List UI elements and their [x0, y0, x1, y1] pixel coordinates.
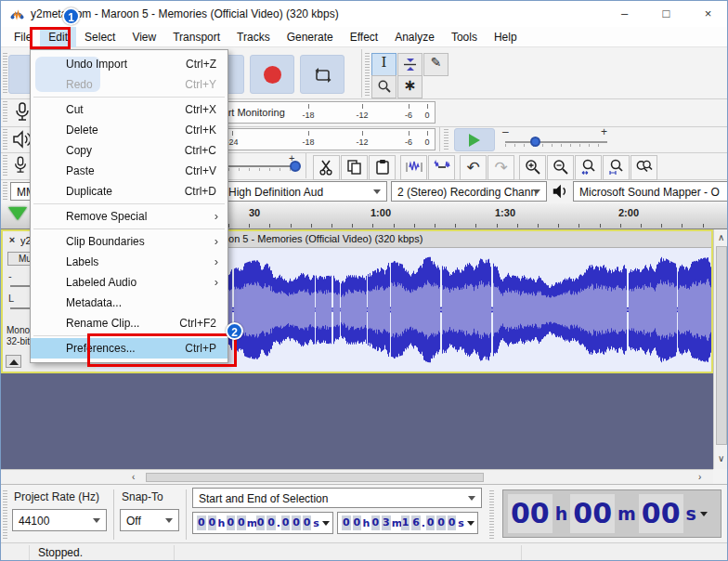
menu-item-rename-clip[interactable]: Rename Clip...Ctrl+F2 — [31, 313, 228, 333]
audio-position-display[interactable]: 00h00m00s — [502, 489, 722, 538]
copy-button[interactable] — [341, 155, 368, 180]
zoom-out-button[interactable] — [547, 155, 574, 180]
speed-slider-thumb[interactable] — [530, 137, 540, 147]
cut-icon — [318, 159, 335, 179]
menu-item-copy[interactable]: CopyCtrl+C — [31, 140, 228, 161]
loop-button[interactable] — [300, 55, 344, 94]
playback-meter-grip[interactable] — [3, 129, 7, 151]
multi-tool-button[interactable]: ∗ — [397, 75, 422, 98]
selection-end-field[interactable]: 00h03m16.000s — [337, 512, 478, 534]
audacity-window: y2meta.com - Maroon 5 - Memories (Offici… — [0, 0, 728, 561]
time-field-menu-arrow-icon[interactable] — [467, 521, 474, 526]
menubar-item-transport[interactable]: Transport — [164, 27, 228, 47]
selection-tool-button[interactable]: I — [371, 53, 396, 76]
scroll-down-icon[interactable]: ∨ — [718, 453, 724, 463]
record-button[interactable] — [250, 55, 294, 94]
menubar-item-select[interactable]: Select — [76, 27, 124, 47]
play-at-speed-grip[interactable] — [444, 129, 448, 150]
recording-device-select[interactable]: High Definition Aud — [222, 181, 387, 202]
speed-slider-track[interactable] — [505, 141, 607, 143]
track-collapse-button[interactable] — [6, 355, 21, 368]
loop-icon — [313, 65, 333, 85]
undo-button[interactable]: ↶ — [460, 155, 487, 180]
menubar-item-tracks[interactable]: Tracks — [228, 27, 279, 47]
pan-left-label: L — [8, 293, 14, 304]
recording-volume-thumb[interactable] — [290, 161, 301, 172]
zoom-tool-button[interactable] — [371, 75, 396, 98]
recording-meter-grip[interactable] — [3, 101, 7, 124]
meter-scale-label: -18 — [302, 111, 314, 120]
zoom-fit-button[interactable] — [603, 155, 630, 180]
device-toolbar-grip[interactable] — [3, 182, 7, 201]
draw-tool-button[interactable]: ✎ — [423, 53, 448, 76]
playback-device-select[interactable]: Microsoft Sound Mapper - O — [573, 181, 728, 202]
minimize-button[interactable]: – — [604, 1, 645, 27]
menu-item-paste[interactable]: PasteCtrl+V — [31, 161, 228, 181]
recording-channels-select[interactable]: 2 (Stereo) Recording Chann — [391, 181, 547, 202]
meter-scale-label: -6 — [405, 137, 412, 147]
redo-button[interactable]: ↷ — [488, 155, 514, 180]
zoom-out-icon — [552, 159, 569, 179]
menubar-item-analyze[interactable]: Analyze — [386, 27, 443, 47]
menu-item-metadata[interactable]: Metadata... — [31, 293, 228, 313]
trim-audio-button[interactable] — [400, 155, 427, 180]
menu-item-delete[interactable]: DeleteCtrl+K — [31, 120, 228, 140]
menubar-item-generate[interactable]: Generate — [279, 27, 342, 47]
menubar-item-tools[interactable]: Tools — [443, 27, 486, 47]
menu-item-redo[interactable]: RedoCtrl+Y — [31, 74, 228, 95]
vertical-scroll-thumb[interactable] — [716, 246, 727, 445]
menu-item-remove-special[interactable]: Remove Special› — [31, 206, 228, 227]
track-close-button[interactable]: × — [6, 234, 19, 247]
time-field-menu-arrow-icon[interactable] — [322, 521, 330, 526]
menubar-item-help[interactable]: Help — [486, 27, 526, 47]
cut-button[interactable] — [313, 155, 340, 180]
meter-scale-label: -18 — [302, 137, 314, 147]
scroll-left-icon[interactable]: ‹ — [132, 472, 135, 482]
play-head-pin-icon[interactable] — [8, 207, 27, 220]
zoom-toggle-button[interactable] — [630, 155, 657, 180]
horizontal-scrollbar[interactable]: ‹ › — [1, 469, 713, 484]
selection-toolbar-grip[interactable] — [3, 490, 7, 539]
redo-icon: ↷ — [494, 159, 507, 176]
menu-item-cut[interactable]: CutCtrl+X — [31, 99, 228, 120]
menu-item-labeled-audio[interactable]: Labeled Audio› — [31, 272, 228, 293]
tools-toolbar-grip[interactable] — [365, 53, 370, 98]
paste-button[interactable] — [369, 155, 396, 180]
scroll-right-icon[interactable]: › — [698, 472, 701, 482]
zoom-toggle-icon — [635, 159, 654, 179]
menu-item-clip-boundaries[interactable]: Clip Boundaries› — [31, 231, 228, 252]
menu-item-duplicate[interactable]: DuplicateCtrl+D — [31, 181, 228, 202]
selection-start-field[interactable]: 00h00m00.000s — [192, 512, 333, 534]
submenu-arrow-icon: › — [214, 252, 218, 272]
scroll-up-icon[interactable]: ∧ — [718, 232, 724, 242]
envelope-tool-button[interactable] — [397, 53, 422, 76]
zoom-in-button[interactable] — [519, 155, 546, 180]
project-rate-select[interactable]: 44100 — [12, 509, 107, 531]
maximize-button[interactable]: □ — [645, 1, 687, 27]
zoom-selection-button[interactable] — [575, 155, 602, 180]
snap-to-select[interactable]: Off — [120, 509, 179, 531]
ibeam-icon: I — [382, 54, 387, 71]
menu-item-labels[interactable]: Labels› — [31, 252, 228, 272]
selection-mode-select[interactable]: Start and End of Selection — [192, 488, 482, 508]
meter-scale-label: -6 — [405, 111, 412, 120]
position-menu-arrow-icon[interactable] — [700, 512, 708, 516]
time-toolbar-grip[interactable] — [489, 490, 494, 539]
menubar-item-view[interactable]: View — [124, 27, 164, 47]
status-bar: Stopped. — [1, 542, 728, 561]
vertical-scrollbar[interactable]: ∧ ∨ — [713, 229, 728, 469]
multi-tool-icon: ∗ — [404, 77, 416, 93]
zoom-in-icon — [525, 159, 541, 179]
menu-bar: FileEditSelectViewTransportTracksGenerat… — [1, 27, 728, 47]
play-at-speed-button[interactable] — [454, 128, 495, 151]
transport-toolbar-grip[interactable] — [3, 53, 7, 94]
snap-to-value: Off — [126, 515, 141, 528]
mixer-toolbar-grip[interactable] — [3, 155, 7, 177]
menu-item-undo-import[interactable]: Undo ImportCtrl+Z — [31, 54, 228, 74]
horizontal-scroll-thumb[interactable] — [146, 473, 484, 482]
microphone-icon — [14, 102, 31, 123]
close-button[interactable]: × — [687, 1, 728, 27]
silence-audio-button[interactable] — [428, 155, 455, 180]
menubar-item-effect[interactable]: Effect — [342, 27, 386, 47]
magnifier-icon — [377, 79, 392, 94]
